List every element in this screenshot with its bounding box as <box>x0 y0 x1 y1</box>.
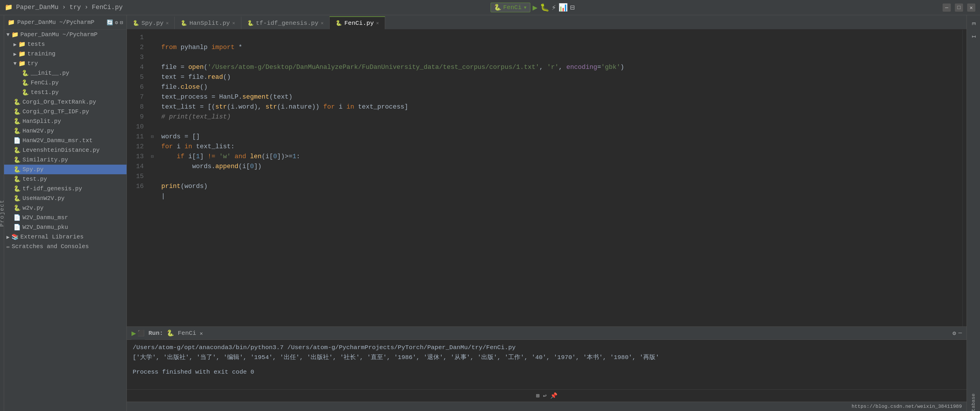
tree-item-hansplit[interactable]: 🐍 HanSplit.py <box>4 116 127 126</box>
title-file: FenCi.py <box>92 4 123 11</box>
terminal-icon[interactable]: ⊞ <box>536 392 539 399</box>
title-sep2: › <box>84 4 88 11</box>
training-label: training <box>27 51 56 57</box>
py-icon-init: 🐍 <box>22 70 29 77</box>
tree-item-fenci[interactable]: 🐍 FenCi.py <box>4 78 127 87</box>
minimize-button[interactable]: — <box>943 3 951 12</box>
fenci-icon: 🐍 <box>494 4 501 11</box>
project-panel-toggle[interactable]: Project <box>0 15 4 411</box>
project-icon: 📁 <box>5 3 13 11</box>
tree-item-spy[interactable]: 🐍 Spy.py <box>4 165 127 174</box>
py-icon-corgi-tr: 🐍 <box>13 98 21 106</box>
run-button[interactable]: ▶ <box>533 3 538 13</box>
tab-fenci[interactable]: 🐍 FenCi.py ✕ <box>329 16 385 29</box>
run-side-bar: ▶ ⬛ <box>132 327 145 340</box>
bottom-panel: ▶ ⬛ Run: 🐍 FenCi ✕ ⚙ — /Users/atom-g/opt… <box>127 326 967 411</box>
project-icon-header: 📁 <box>8 19 15 26</box>
run-stop-button[interactable]: ⬛ <box>137 330 145 337</box>
collapse-icon[interactable]: ⊟ <box>120 19 123 26</box>
tab-spy[interactable]: 🐍 Spy.py ✕ <box>127 16 175 29</box>
tree-item-w2v-pku[interactable]: 📄 W2V_Danmu_pku <box>4 222 127 232</box>
right-sidebar: E I Database <box>967 15 980 411</box>
run-file-close[interactable]: ✕ <box>200 330 203 336</box>
tab-tfidf[interactable]: 🐍 tf-idf_genesis.py ✕ <box>241 16 330 29</box>
right-icon-i[interactable]: I <box>968 31 979 42</box>
run-label: Run: <box>148 330 163 336</box>
vertical-scrollbar[interactable] <box>963 30 967 326</box>
sim-label: Similarity.py <box>22 157 68 163</box>
tree-item-corgi-tfidf[interactable]: 🐍 Corgi_Org_TF_IDF.py <box>4 107 127 116</box>
tree-item-test1[interactable]: 🐍 test1.py <box>4 87 127 97</box>
test1-label: test1.py <box>31 89 59 96</box>
settings-icon[interactable]: ⚙ <box>115 19 118 26</box>
tree-item-scratches[interactable]: ✏ Scratches and Consoles <box>4 242 127 251</box>
tree-item-hanw2v-txt[interactable]: 📄 HanW2V_Danmu_msr.txt <box>4 136 127 145</box>
tree-item-levenshtein[interactable]: 🐍 LevenshteinDistance.py <box>4 145 127 155</box>
debug-button[interactable]: 🐛 <box>540 3 549 12</box>
tfidf-genesis-label: tf-idf_genesis.py <box>22 186 82 192</box>
code-content[interactable]: from pyhanlp import * file = open('/User… <box>157 30 963 326</box>
tree-item-hanw2v[interactable]: 🐍 HanW2V.py <box>4 126 127 136</box>
tab-fenci-close[interactable]: ✕ <box>376 20 379 26</box>
bottom-icons-row: ⊞ ↩ 📌 <box>531 392 562 399</box>
fenci-dropdown-icon: ▾ <box>523 4 527 11</box>
hansplit-label: HanSplit.py <box>22 118 61 125</box>
tree-item-usehanw2v[interactable]: 🐍 UseHanW2V.py <box>4 194 127 203</box>
pin-icon[interactable]: 📌 <box>550 392 557 399</box>
title-bar-right: — □ ✕ <box>943 3 975 12</box>
right-icon-e[interactable]: E <box>968 18 979 29</box>
tab-hansplit-close[interactable]: ✕ <box>232 20 235 26</box>
sync-icon[interactable]: 🔄 <box>107 19 113 26</box>
tree-item-ext-libs[interactable]: ▶ 📚 External Libraries <box>4 232 127 242</box>
scratches-icon: ✏ <box>6 243 10 250</box>
folder-icon-try: 📁 <box>18 60 26 67</box>
file-icon-pku: 📄 <box>13 224 21 231</box>
editor-bottom-wrapper: 1 2 3 4 5 6 7 8 9 10 11 12 13 14 15 16 <box>127 30 967 411</box>
tab-hansplit-label: HanSplit.py <box>189 20 230 27</box>
tab-spy-icon: 🐍 <box>133 20 139 26</box>
py-icon-w2v: 🐍 <box>13 204 21 212</box>
init-label: __init__.py <box>31 70 69 76</box>
py-icon-sim: 🐍 <box>13 156 21 163</box>
tree-item-training[interactable]: ▶ 📁 training <box>4 49 127 59</box>
title-bar-left: 📁 Paper_DanMu › try › FenCi.py <box>5 3 123 11</box>
fenci-badge[interactable]: 🐍 FenCi ▾ <box>491 3 530 12</box>
maximize-button[interactable]: □ <box>955 3 963 12</box>
tree-item-try[interactable]: ▼ 📁 try <box>4 59 127 68</box>
tree-item-w2v-msr[interactable]: 📄 W2V_Danmu_msr <box>4 213 127 222</box>
w2v-msr-label: W2V_Danmu_msr <box>22 214 68 221</box>
py-icon-test: 🐍 <box>13 175 21 183</box>
test-label: test.py <box>22 176 47 182</box>
tree-item-test[interactable]: 🐍 test.py <box>4 174 127 184</box>
hanw2v-label: HanW2V.py <box>22 128 54 134</box>
tree-item-tests[interactable]: ▶ 📁 tests <box>4 40 127 49</box>
status-bar: https://blog.csdn.net/weixin_38411989 <box>127 401 967 411</box>
tab-spy-close[interactable]: ✕ <box>166 20 169 26</box>
tab-tfidf-label: tf-idf_genesis.py <box>256 20 318 27</box>
database-icon[interactable]: Database <box>968 400 979 411</box>
file-tree: 📁 Paper_DanMu ~/PycharmP 🔄 ⚙ ⊟ ▼ 📁 Paper… <box>4 15 127 411</box>
tree-item-init[interactable]: 🐍 __init__.py <box>4 68 127 78</box>
code-editor[interactable]: 1 2 3 4 5 6 7 8 9 10 11 12 13 14 15 16 <box>127 30 967 326</box>
run-play-button[interactable]: ▶ <box>132 328 136 338</box>
tab-hansplit[interactable]: 🐍 HanSplit.py ✕ <box>175 16 241 29</box>
run-coverage-button[interactable]: ⚡ <box>552 3 556 12</box>
profile-button[interactable]: 📊 <box>558 3 568 12</box>
tree-item-similarity[interactable]: 🐍 Similarity.py <box>4 155 127 165</box>
close-run-panel-button[interactable]: — <box>958 330 962 337</box>
wrap-icon[interactable]: ↩ <box>543 392 547 399</box>
tab-tfidf-close[interactable]: ✕ <box>321 20 324 26</box>
tree-item-corgi-textrank[interactable]: 🐍 Corgi_Org_TextRank.py <box>4 97 127 107</box>
tree-item-root[interactable]: ▼ 📁 Paper_DanMu ~/PycharmP <box>4 30 127 40</box>
fenci-label: FenCi <box>503 4 522 11</box>
main-layout: Project 📁 Paper_DanMu ~/PycharmP 🔄 ⚙ ⊟ ▼… <box>0 15 980 411</box>
gutter-area: ⊟ ⊟ <box>148 30 157 326</box>
tree-item-w2v[interactable]: 🐍 w2v.py <box>4 203 127 213</box>
py-icon-usehan: 🐍 <box>13 195 21 202</box>
corgi-tfidf-label: Corgi_Org_TF_IDF.py <box>22 108 89 115</box>
py-icon-corgi-tfidf: 🐍 <box>13 108 21 115</box>
settings-run-button[interactable]: ⚙ <box>953 330 956 337</box>
close-button[interactable]: ✕ <box>967 3 975 12</box>
concurrency-button[interactable]: ⊟ <box>570 3 575 12</box>
tree-item-tfidf-genesis[interactable]: 🐍 tf-idf_genesis.py <box>4 184 127 194</box>
